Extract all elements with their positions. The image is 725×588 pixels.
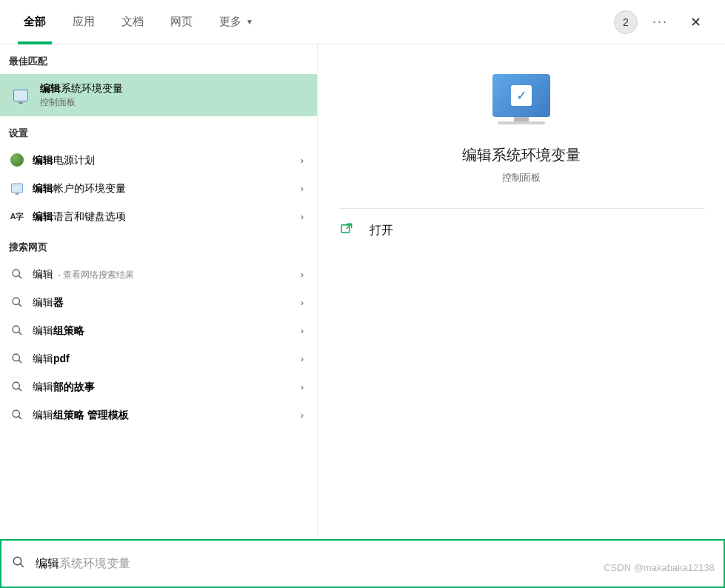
monitor-icon bbox=[9, 84, 33, 107]
svg-line-7 bbox=[19, 360, 21, 363]
svg-line-3 bbox=[19, 304, 21, 307]
result-settings-env[interactable]: 编辑帐户的环境变量 › bbox=[0, 174, 317, 202]
result-web-0[interactable]: 编辑- 查看网络搜索结果 › bbox=[0, 260, 317, 288]
notification-badge[interactable]: 2 bbox=[614, 10, 638, 34]
preview-icon: ✓ bbox=[492, 74, 550, 124]
chevron-right-icon: › bbox=[296, 381, 308, 392]
svg-line-11 bbox=[19, 416, 21, 419]
search-icon bbox=[9, 407, 25, 423]
result-best-match[interactable]: 编辑系统环境变量 控制面板 bbox=[0, 74, 317, 116]
search-icon bbox=[9, 266, 25, 282]
chevron-down-icon: ▼ bbox=[246, 18, 253, 26]
result-title: 编辑系统环境变量 bbox=[40, 81, 308, 95]
result-settings-language[interactable]: A字 编辑语言和键盘选项 › bbox=[0, 202, 317, 230]
svg-point-4 bbox=[13, 326, 19, 333]
svg-point-0 bbox=[13, 270, 19, 276]
tab-all[interactable]: 全部 bbox=[10, 0, 59, 44]
svg-point-2 bbox=[13, 298, 19, 304]
tab-docs[interactable]: 文档 bbox=[108, 0, 157, 44]
search-icon bbox=[9, 322, 25, 338]
svg-line-5 bbox=[19, 332, 21, 335]
chevron-right-icon: › bbox=[296, 410, 308, 421]
search-icon bbox=[9, 350, 25, 367]
chevron-right-icon: › bbox=[296, 297, 308, 308]
section-web: 搜索网页 bbox=[0, 230, 317, 260]
svg-line-14 bbox=[20, 564, 24, 567]
power-plan-icon bbox=[9, 152, 25, 168]
svg-point-13 bbox=[13, 557, 21, 565]
close-button[interactable]: ✕ bbox=[683, 10, 709, 35]
language-icon: A字 bbox=[9, 208, 25, 224]
section-best-match: 最佳匹配 bbox=[0, 44, 317, 74]
result-web-5[interactable]: 编辑组策略 管理模板 › bbox=[0, 401, 317, 429]
search-icon bbox=[9, 378, 25, 395]
chevron-right-icon: › bbox=[296, 155, 308, 166]
preview-subtitle: 控制面板 bbox=[502, 171, 541, 184]
chevron-right-icon: › bbox=[296, 325, 308, 336]
watermark: CSDN @makabaka12138 bbox=[604, 562, 715, 573]
result-settings-power[interactable]: 编辑电源计划 › bbox=[0, 146, 317, 174]
chevron-right-icon: › bbox=[296, 269, 308, 280]
result-subtitle: 控制面板 bbox=[40, 96, 308, 109]
section-settings: 设置 bbox=[0, 116, 317, 146]
chevron-right-icon: › bbox=[296, 183, 308, 194]
result-web-1[interactable]: 编辑器 › bbox=[0, 288, 317, 316]
tab-apps[interactable]: 应用 bbox=[59, 0, 108, 44]
chevron-right-icon: › bbox=[296, 211, 308, 222]
monitor-icon bbox=[9, 180, 25, 196]
svg-point-6 bbox=[13, 354, 19, 361]
result-web-4[interactable]: 编辑部的故事 › bbox=[0, 372, 317, 401]
result-web-3[interactable]: 编辑pdf › bbox=[0, 344, 317, 372]
open-icon bbox=[340, 222, 353, 238]
tab-more[interactable]: 更多 ▼ bbox=[206, 0, 267, 44]
svg-rect-12 bbox=[341, 225, 350, 233]
chevron-right-icon: › bbox=[296, 353, 308, 364]
preview-pane: ✓ 编辑系统环境变量 控制面板 打开 bbox=[317, 44, 725, 539]
search-icon bbox=[12, 555, 25, 572]
open-action[interactable]: 打开 bbox=[318, 209, 725, 252]
svg-line-9 bbox=[19, 388, 21, 391]
preview-title: 编辑系统环境变量 bbox=[462, 145, 581, 165]
tab-web[interactable]: 网页 bbox=[157, 0, 206, 44]
open-label: 打开 bbox=[370, 223, 393, 238]
results-list: 最佳匹配 编辑系统环境变量 控制面板 设置 编辑电源计划 › 编辑帐户的环境变量 bbox=[0, 44, 317, 539]
svg-point-10 bbox=[13, 410, 19, 417]
svg-point-8 bbox=[13, 382, 19, 389]
more-options-button[interactable]: ··· bbox=[652, 14, 668, 30]
svg-line-1 bbox=[19, 275, 21, 278]
search-icon bbox=[9, 294, 25, 310]
result-web-2[interactable]: 编辑组策略 › bbox=[0, 316, 317, 344]
top-tabs: 全部 应用 文档 网页 更多 ▼ 2 ··· ✕ bbox=[0, 0, 725, 44]
search-text: 编辑系统环境变量 bbox=[36, 556, 130, 572]
